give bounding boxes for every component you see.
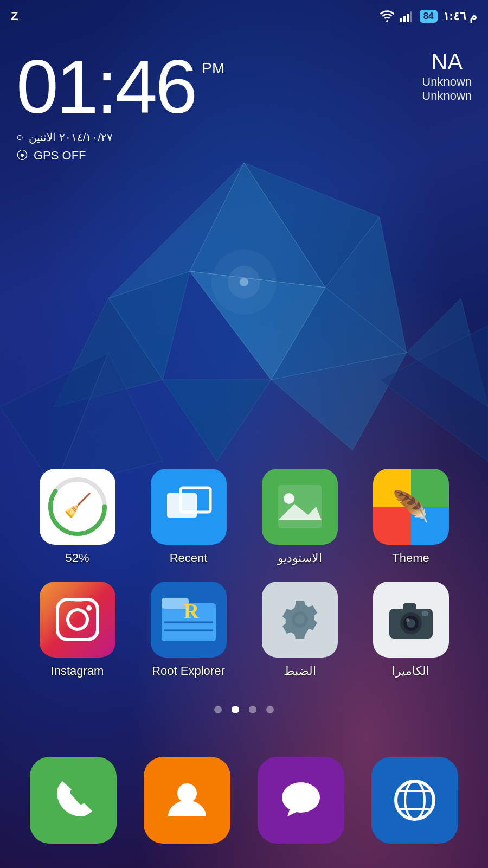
svg-point-50 [396,781,434,819]
theme-label: Theme [392,551,429,565]
page-dot-4[interactable] [266,706,274,713]
svg-point-51 [405,781,425,819]
gps-row: ⦿ GPS OFF [16,149,224,163]
dock-browser[interactable] [371,757,458,844]
cleaner-label: 52% [65,551,89,565]
svg-point-32 [86,605,92,611]
svg-point-48 [177,783,197,803]
app-instagram[interactable]: Insta Instagram [34,582,121,678]
app-recent[interactable]: Recent [145,469,232,565]
background-polygon [0,136,488,515]
svg-text:Insta: Insta [72,597,83,603]
app-settings[interactable]: الضبط [256,582,343,678]
svg-point-28 [284,493,294,504]
app-studio[interactable]: الاستوديو [256,469,343,565]
studio-label: الاستوديو [278,551,322,565]
battery-indicator: 84 [420,10,438,23]
recent-label: Recent [170,551,208,565]
svg-rect-46 [403,603,416,611]
page-dot-2[interactable] [232,706,239,713]
page-dot-1[interactable] [214,706,222,713]
rootexplorer-label: Root Explorer [152,664,225,678]
svg-text:🧹: 🧹 [63,492,92,519]
svg-rect-19 [407,14,409,22]
svg-point-31 [68,610,87,629]
rootexplorer-icon: R [151,582,227,658]
phone-icon [49,776,98,825]
theme-icon: 🪶 [373,469,449,545]
dock [0,732,488,868]
clock-digits: 01:46 [16,49,195,125]
studio-icon [262,469,338,545]
date-text: ٢٠١٤/١٠/٢٧ الاثنين [29,131,113,144]
camera-label: الكاميرا [392,664,429,678]
settings-label: الضبط [284,664,316,678]
status-bar: Z 84 م ١:٤٦ [0,0,488,33]
contacts-icon [163,776,211,825]
carrier-sub1: Unknown [422,75,472,89]
svg-rect-27 [278,485,322,528]
dock-phone[interactable] [30,757,117,844]
app-rootexplorer[interactable]: R Root Explorer [145,582,232,678]
camera-icon [373,582,449,658]
app-row-2: Insta Instagram R Root Exp [22,582,466,678]
clock-area: 01:46 PM ○ ٢٠١٤/١٠/٢٧ الاثنين ⦿ GPS OFF … [0,38,488,174]
app-row-1: 🧹 52% Recent [22,469,466,565]
svg-rect-20 [410,11,412,22]
clock-ampm: PM [202,60,224,77]
app-theme[interactable]: 🪶 Theme [368,469,454,565]
date-row: ○ ٢٠١٤/١٠/٢٧ الاثنين [16,130,224,144]
clock-left: 01:46 PM ○ ٢٠١٤/١٠/٢٧ الاثنين ⦿ GPS OFF [16,49,224,163]
carrier-sub2: Unknown [422,89,472,103]
svg-rect-18 [403,16,406,22]
dock-messages[interactable] [258,757,344,844]
svg-rect-47 [422,611,428,616]
notification-icon: Z [11,9,19,23]
wifi-icon [380,10,395,22]
svg-rect-17 [400,18,402,22]
signal-icon [400,10,414,22]
gps-text: GPS OFF [34,149,86,163]
svg-marker-7 [163,380,271,461]
carrier-info: NA Unknown Unknown [422,49,472,103]
page-dot-3[interactable] [249,706,256,713]
app-grid: 🧹 52% Recent [0,469,488,694]
carrier-na: NA [422,49,472,75]
calendar-icon: ○ [16,130,23,144]
svg-text:R: R [183,599,200,623]
instagram-icon: Insta [40,582,115,658]
dock-contacts[interactable] [144,757,230,844]
gps-icon: ⦿ [16,149,28,163]
settings-icon [262,582,338,658]
app-cleaner[interactable]: 🧹 52% [34,469,121,565]
status-time: م ١:٤٦ [443,9,477,23]
app-camera[interactable]: الكاميرا [368,582,454,678]
cleaner-icon: 🧹 [40,469,115,545]
svg-rect-30 [57,599,98,640]
messages-icon [277,776,325,825]
recent-icon [151,469,227,545]
browser-icon [390,776,439,825]
svg-point-45 [406,618,409,622]
instagram-label: Instagram [51,664,104,678]
svg-point-49 [282,782,320,813]
status-icons: 84 م ١:٤٦ [380,9,477,23]
page-indicators [0,706,488,713]
svg-point-13 [211,250,277,315]
